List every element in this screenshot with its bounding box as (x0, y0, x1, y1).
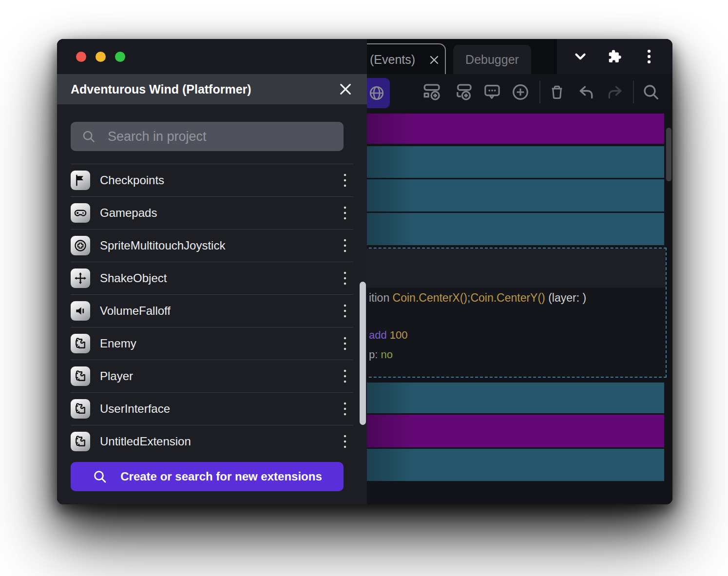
event-row-purple[interactable] (359, 415, 664, 447)
event-action-text: ition Coin.CenterX();Coin.CenterY() (lay… (369, 291, 586, 318)
item-menu-button[interactable] (337, 170, 353, 191)
event-row-teal[interactable] (359, 383, 664, 413)
screenshot-stage: (Events) Debugger (0, 0, 728, 576)
project-item-list: Checkpoints Gamepads (71, 164, 353, 458)
puzzle-icon (71, 432, 90, 451)
event-action-text: p: no (369, 348, 404, 374)
undo-button[interactable] (575, 80, 598, 104)
events-scrollbar[interactable] (666, 128, 671, 181)
add-event-button[interactable] (421, 80, 444, 104)
item-menu-button[interactable] (337, 300, 353, 322)
create-extension-button[interactable]: Create or search for new extensions (71, 462, 344, 491)
project-search-box[interactable] (71, 122, 344, 151)
event-row-teal[interactable] (359, 213, 664, 245)
joystick-icon (71, 236, 90, 255)
search-icon (92, 469, 108, 484)
window-titlebar (57, 39, 367, 74)
panel-header: Adventurous Wind (Platformer) (57, 74, 367, 104)
item-menu-button[interactable] (337, 398, 353, 420)
trash-button[interactable] (545, 80, 569, 104)
globe-scene-button[interactable] (363, 78, 390, 108)
tab-debugger-label: Debugger (465, 53, 519, 67)
item-menu-button[interactable] (337, 431, 353, 452)
project-item-volumefalloff[interactable]: VolumeFalloff (71, 294, 353, 327)
puzzle-extensions-icon[interactable] (604, 46, 626, 67)
project-item-shakeobject[interactable]: ShakeObject (71, 262, 353, 294)
flag-icon (71, 171, 90, 190)
event-row-teal[interactable] (359, 146, 664, 178)
move-arrows-icon (71, 269, 90, 288)
toolbar-divider (539, 81, 540, 103)
item-menu-button[interactable] (337, 268, 353, 289)
chevron-down-icon[interactable] (570, 46, 591, 67)
puzzle-icon (71, 334, 90, 353)
puzzle-icon (71, 366, 90, 386)
tab-controls (557, 39, 672, 74)
puzzle-icon (71, 399, 90, 419)
add-subevent-button[interactable] (452, 80, 476, 104)
add-circle-button[interactable] (509, 80, 532, 104)
search-icon (81, 129, 96, 144)
panel-title: Adventurous Wind (Platformer) (71, 82, 338, 96)
project-item-checkpoints[interactable]: Checkpoints (71, 164, 353, 196)
gamepad-icon (71, 203, 90, 223)
project-item-userinterface[interactable]: UserInterface (71, 392, 353, 425)
tab-events-label: (Events) (370, 53, 415, 67)
event-condition-area (360, 249, 666, 288)
project-manager-panel: Adventurous Wind (Platformer) Checkpoint… (57, 39, 367, 504)
item-menu-button[interactable] (337, 365, 353, 387)
traffic-light-zoom[interactable] (115, 52, 125, 62)
tab-debugger[interactable]: Debugger (453, 45, 531, 74)
project-item-untitledextension[interactable]: UntitledExtension (71, 425, 353, 458)
speaker-icon (71, 301, 90, 321)
add-comment-button[interactable] (480, 80, 504, 104)
project-item-gamepads[interactable]: Gamepads (71, 196, 353, 229)
traffic-light-minimize[interactable] (96, 52, 106, 62)
item-menu-button[interactable] (337, 333, 353, 354)
redo-button[interactable] (603, 80, 627, 104)
panel-close-icon[interactable] (338, 81, 353, 97)
toolbar-divider (633, 81, 634, 103)
project-item-player[interactable]: Player (71, 360, 353, 392)
traffic-light-close[interactable] (76, 52, 86, 62)
event-row-teal[interactable] (359, 449, 664, 481)
app-window: (Events) Debugger (57, 39, 672, 504)
event-action-area: ition Coin.CenterX();Coin.CenterY() (lay… (360, 288, 666, 377)
kebab-menu-icon[interactable] (638, 46, 660, 67)
project-item-enemy[interactable]: Enemy (71, 327, 353, 360)
event-row-selected[interactable]: ition Coin.CenterX();Coin.CenterY() (lay… (359, 248, 667, 378)
tab-close-icon[interactable] (428, 54, 441, 66)
item-menu-button[interactable] (337, 202, 353, 224)
project-item-spritemultitouchjoystick[interactable]: SpriteMultitouchJoystick (71, 229, 353, 262)
item-menu-button[interactable] (337, 235, 353, 256)
event-row-purple[interactable] (359, 114, 664, 144)
event-row-teal[interactable] (359, 179, 664, 211)
panel-scrollbar[interactable] (360, 282, 366, 425)
search-input[interactable] (107, 129, 339, 145)
search-events-button[interactable] (639, 80, 663, 104)
